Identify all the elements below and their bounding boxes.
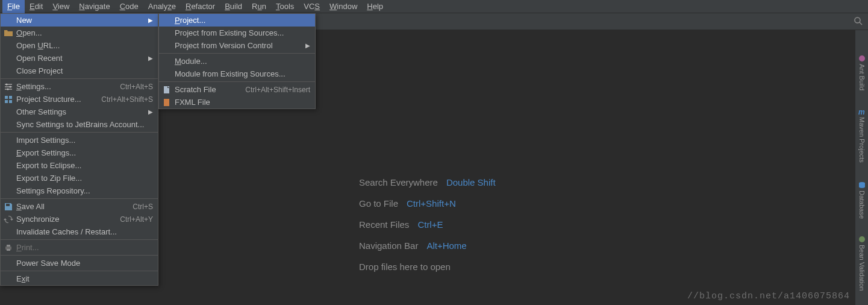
menu-code[interactable]: Code [115,0,143,13]
print-icon [4,243,13,253]
menu-view[interactable]: View [48,0,74,13]
menu-build[interactable]: Build [220,0,247,13]
menuitem-label: Scratch File [175,85,216,94]
hint-drop-files: Drop files here to open [359,262,496,272]
menuitem-label: Open... [16,28,42,37]
hint-label: Drop files here to open [359,262,451,272]
chevron-right-icon: ▶ [148,108,153,115]
menu-navigate[interactable]: Navigate [74,0,114,13]
welcome-hints: Search Everywhere Double Shift Go to Fil… [359,177,496,272]
shortcut-label: Ctrl+Alt+S [120,83,153,91]
menuitem-module-existing[interactable]: Module from Existing Sources... [159,68,315,80]
menu-window[interactable]: Window [325,0,362,13]
shortcut-label: Ctrl+Alt+Shift+S [101,95,153,104]
scratch-icon [162,85,172,95]
tool-tab-label: Bean Validation [858,245,866,291]
svg-point-7 [7,89,9,90]
menuitem-synchronize[interactable]: Synchronize Ctrl+Alt+Y [1,213,158,225]
menuitem-label: Project from Version Control [175,41,273,50]
menu-analyze[interactable]: Analyze [143,0,181,13]
menuitem-project-existing[interactable]: Project from Existing Sources... [159,27,315,39]
menuitem-label: Export to Eclipse... [16,161,81,170]
menuitem-fxml-file[interactable]: FXML File [159,96,315,108]
menuitem-export-zip[interactable]: Export to Zip File... [1,172,158,184]
menuitem-settings[interactable]: Settings... Ctrl+Alt+S [1,80,158,93]
database-icon [858,181,866,189]
tool-tab-label: Ant Build [858,64,866,90]
menuitem-new-project[interactable]: Project... [159,14,315,27]
settings-icon [4,82,13,92]
menuitem-project-structure[interactable]: Project Structure... Ctrl+Alt+Shift+S [1,93,158,105]
menu-separator [1,78,158,79]
menu-refactor[interactable]: Refactor [181,0,220,13]
menu-vcs[interactable]: VCS [299,0,325,13]
menu-tools[interactable]: Tools [271,0,299,13]
menu-file[interactable]: File [2,0,25,13]
menuitem-save-all[interactable]: Save All Ctrl+S [1,200,158,213]
tool-tab-bean[interactable]: Bean Validation [855,235,868,291]
menu-run[interactable]: Run [247,0,271,13]
menubar: File Edit View Navigate Code Analyze Ref… [0,0,868,13]
save-icon [4,202,13,212]
menuitem-print[interactable]: Print... [1,241,158,254]
menuitem-close-project[interactable]: Close Project [1,64,158,77]
menuitem-label: Other Settings [16,107,66,116]
svg-point-6 [10,86,11,88]
bean-icon [858,235,866,244]
menuitem-new[interactable]: New ▶ [1,14,158,27]
chevron-right-icon: ▶ [148,55,153,61]
menuitem-label: Project Structure... [16,95,81,104]
hint-search-everywhere: Search Everywhere Double Shift [359,177,496,187]
ant-icon [858,54,866,63]
chevron-right-icon: ▶ [148,17,153,24]
svg-point-21 [859,236,865,242]
menuitem-label: Project... [175,16,205,25]
hint-key: Alt+Home [426,241,466,251]
menuitem-label: Import Settings... [16,136,75,145]
menuitem-import-settings[interactable]: Import Settings... [1,134,158,146]
new-submenu: Project... Project from Existing Sources… [158,13,316,109]
menu-edit[interactable]: Edit [25,0,48,13]
menuitem-new-module[interactable]: Module... [159,55,315,68]
hint-recent-files: Recent Files Ctrl+E [359,219,496,230]
structure-icon [4,95,13,104]
menuitem-settings-repository[interactable]: Settings Repository... [1,184,158,197]
menuitem-label: Exit [16,274,30,283]
svg-rect-11 [9,100,12,103]
tool-tab-label: Maven Projects [858,117,866,163]
hint-key: Double Shift [446,177,496,187]
menuitem-label: Settings... [16,82,51,91]
menu-help[interactable]: Help [362,0,388,13]
menuitem-power-save[interactable]: Power Save Mode [1,257,158,269]
menuitem-label: Open URL... [16,41,60,50]
svg-rect-12 [6,204,10,206]
hint-goto-file: Go to File Ctrl+Shift+N [359,198,496,209]
svg-point-0 [855,17,860,23]
menuitem-other-settings[interactable]: Other Settings ▶ [1,105,158,118]
menuitem-export-eclipse[interactable]: Export to Eclipse... [1,159,158,172]
search-icon[interactable] [854,16,863,26]
menuitem-invalidate-caches[interactable]: Invalidate Caches / Restart... [1,225,158,238]
menuitem-label: Export to Zip File... [16,174,82,183]
svg-rect-15 [7,249,10,251]
menuitem-open-url[interactable]: Open URL... [1,39,158,52]
menuitem-open[interactable]: Open... [1,27,158,39]
svg-rect-14 [7,245,10,247]
shortcut-label: Ctrl+Alt+Shift+Insert [245,86,310,94]
svg-rect-10 [5,100,8,103]
tool-tab-maven[interactable]: m Maven Projects [855,107,868,163]
menuitem-label: FXML File [175,98,210,107]
hint-label: Recent Files [359,219,409,230]
menuitem-scratch-file[interactable]: Scratch File Ctrl+Alt+Shift+Insert [159,83,315,96]
menuitem-open-recent[interactable]: Open Recent ▶ [1,52,158,64]
tool-tab-database[interactable]: Database [855,181,868,219]
hint-label: Navigation Bar [359,241,418,251]
hint-label: Go to File [359,198,398,209]
svg-rect-8 [5,96,8,99]
menuitem-sync-jetbrains[interactable]: Sync Settings to JetBrains Account... [1,118,158,131]
tool-tab-ant[interactable]: Ant Build [855,54,868,90]
menuitem-export-settings[interactable]: Export Settings... [1,146,158,159]
menuitem-project-vcs[interactable]: Project from Version Control ▶ [159,39,315,52]
hint-key: Ctrl+E [417,219,443,230]
menuitem-exit[interactable]: Exit [1,272,158,285]
